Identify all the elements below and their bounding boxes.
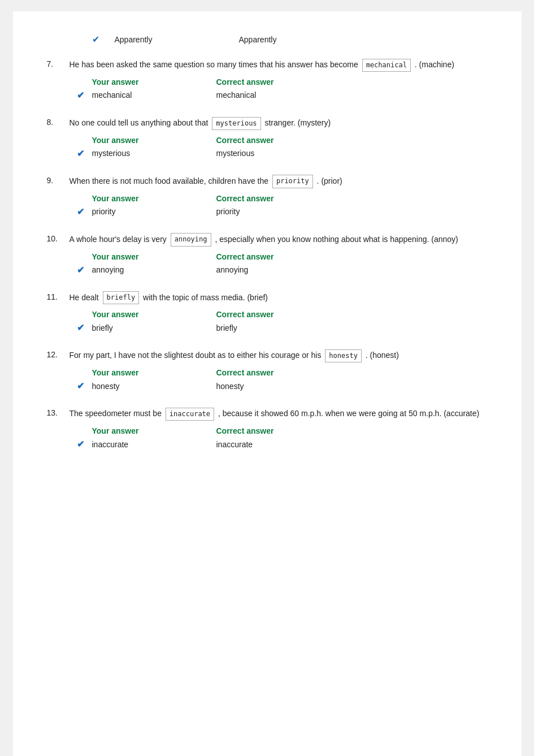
question-text-7: He has been asked the same question so m… [70,58,488,72]
question-number-9: 9. [47,175,70,185]
answer-row-13: ✔inaccurateinaccurate [70,439,488,450]
check-icon-12: ✔ [70,381,92,391]
correct-answer-value-12: honesty [216,382,244,391]
answers-header-13: Your answerCorrect answer [70,426,488,435]
answers-header-10: Your answerCorrect answer [70,252,488,261]
checkmark-10: ✔ [77,265,84,275]
your-answer-value-9: priority [92,207,216,216]
inline-answer-box-9: priority [272,175,313,188]
answers-section-11: Your answerCorrect answer✔brieflybriefly [70,310,488,333]
page: ✔ Apparently Apparently 7.He has been as… [13,11,522,756]
question-block-13: 13.The speedometer must be inaccurate , … [47,407,488,450]
your-answer-label-13: Your answer [92,426,216,435]
question-line-13: 13.The speedometer must be inaccurate , … [47,407,488,421]
inline-answer-box-8: mysterious [212,117,261,130]
question-number-12: 12. [47,349,70,359]
correct-answer-value-7: mechanical [216,90,257,100]
answers-header-9: Your answerCorrect answer [70,194,488,203]
question-block-10: 10.A whole hour's delay is very annoying… [47,233,488,275]
checkmark-12: ✔ [77,381,84,391]
inline-answer-box-12: honesty [325,349,362,362]
questions-container: 7.He has been asked the same question so… [47,58,488,450]
checkmark-8: ✔ [77,149,84,158]
correct-answer-label-11: Correct answer [216,310,274,319]
correct-answer-label-12: Correct answer [216,368,274,377]
question-block-9: 9.When there is not much food available,… [47,175,488,217]
question-text-8: No one could tell us anything about that… [70,116,488,130]
check-icon-8: ✔ [70,148,92,159]
top-row: ✔ Apparently Apparently [47,34,488,45]
question-text-11: He dealt briefly with the topic of mass … [70,291,488,305]
correct-answer-label-9: Correct answer [216,194,274,203]
answer-row-11: ✔brieflybriefly [70,322,488,333]
correct-answer-label-7: Correct answer [216,77,274,87]
checkmark-7: ✔ [77,90,84,100]
your-answer-label-11: Your answer [92,310,216,319]
question-line-10: 10.A whole hour's delay is very annoying… [47,233,488,247]
answer-row-9: ✔prioritypriority [70,206,488,217]
question-line-8: 8.No one could tell us anything about th… [47,116,488,130]
top-check-icon: ✔ [92,34,115,45]
inline-answer-box-10: annoying [171,233,211,246]
your-answer-label-9: Your answer [92,194,216,203]
check-icon-13: ✔ [70,439,92,450]
inline-answer-box-7: mechanical [362,59,411,72]
question-number-11: 11. [47,291,70,301]
correct-answer-value-9: priority [216,207,240,216]
check-icon-10: ✔ [70,265,92,275]
your-answer-value-7: mechanical [92,90,216,100]
correct-answer-label-8: Correct answer [216,136,274,145]
answers-section-13: Your answerCorrect answer✔inaccurateinac… [70,426,488,450]
inline-answer-box-11: briefly [103,291,140,304]
question-number-8: 8. [47,116,70,127]
top-correct-answer: Apparently [239,35,277,44]
check-icon-9: ✔ [70,206,92,217]
question-number-13: 13. [47,407,70,417]
your-answer-value-10: annoying [92,265,216,274]
question-line-12: 12.For my part, I have not the slightest… [47,349,488,362]
answers-section-12: Your answerCorrect answer✔honestyhonesty [70,368,488,391]
answer-row-7: ✔mechanicalmechanical [70,90,488,101]
question-number-10: 10. [47,233,70,243]
check-icon-11: ✔ [70,322,92,333]
question-line-9: 9.When there is not much food available,… [47,175,488,188]
your-answer-value-8: mysterious [92,149,216,158]
question-line-7: 7.He has been asked the same question so… [47,58,488,72]
question-line-11: 11.He dealt briefly with the topic of ma… [47,291,488,305]
correct-answer-label-10: Correct answer [216,252,274,261]
question-block-11: 11.He dealt briefly with the topic of ma… [47,291,488,334]
top-your-answer: Apparently [115,35,239,44]
question-block-8: 8.No one could tell us anything about th… [47,116,488,159]
answers-header-8: Your answerCorrect answer [70,136,488,145]
question-number-7: 7. [47,58,70,68]
answers-section-8: Your answerCorrect answer✔mysteriousmyst… [70,136,488,159]
checkmark-11: ✔ [77,323,84,332]
answers-section-7: Your answerCorrect answer✔mechanicalmech… [70,77,488,101]
your-answer-value-11: briefly [92,323,216,332]
question-text-9: When there is not much food available, c… [70,175,488,188]
answer-row-10: ✔annoyingannoying [70,265,488,275]
checkmark-13: ✔ [77,439,84,449]
question-text-12: For my part, I have not the slightest do… [70,349,488,362]
your-answer-label-7: Your answer [92,77,216,87]
your-answer-label-10: Your answer [92,252,216,261]
check-icon-7: ✔ [70,90,92,101]
correct-answer-value-11: briefly [216,323,237,332]
question-block-7: 7.He has been asked the same question so… [47,58,488,101]
answers-header-11: Your answerCorrect answer [70,310,488,319]
checkmark-9: ✔ [77,207,84,217]
answers-header-7: Your answerCorrect answer [70,77,488,87]
answer-row-12: ✔honestyhonesty [70,381,488,391]
your-answer-label-12: Your answer [92,368,216,377]
correct-answer-value-8: mysterious [216,149,255,158]
answers-section-9: Your answerCorrect answer✔prioritypriori… [70,194,488,217]
your-answer-value-12: honesty [92,382,216,391]
answers-header-12: Your answerCorrect answer [70,368,488,377]
your-answer-label-8: Your answer [92,136,216,145]
inline-answer-box-13: inaccurate [166,408,214,421]
question-text-13: The speedometer must be inaccurate , bec… [70,407,488,421]
answers-section-10: Your answerCorrect answer✔annoyingannoyi… [70,252,488,275]
question-text-10: A whole hour's delay is very annoying , … [70,233,488,247]
correct-answer-value-10: annoying [216,265,249,274]
correct-answer-label-13: Correct answer [216,426,274,435]
